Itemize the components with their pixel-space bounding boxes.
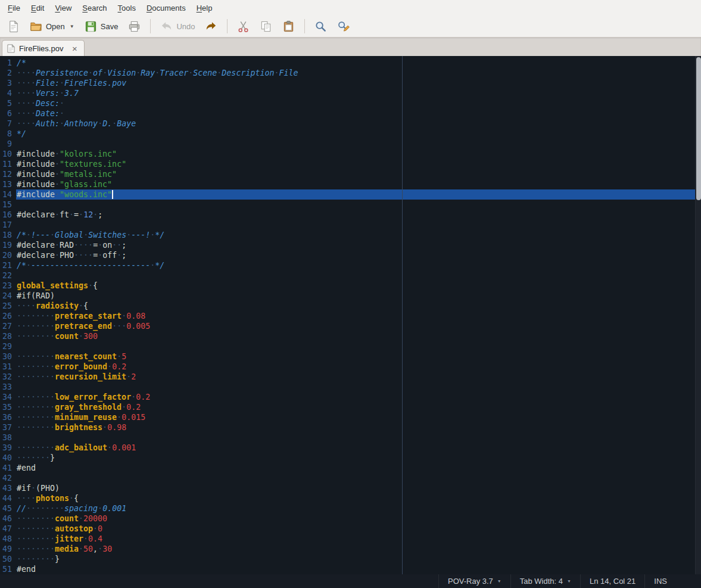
find-button[interactable] bbox=[310, 18, 331, 35]
code-line-13[interactable]: 13#include·"glass.inc" bbox=[0, 179, 701, 189]
line-content: ········count·300 bbox=[16, 331, 701, 341]
code-line-26[interactable]: 26········pretrace_start·0.08 bbox=[0, 311, 701, 321]
tab-width-selector[interactable]: Tab Width: 4▼ bbox=[510, 574, 580, 588]
code-line-7[interactable]: 7····Auth:·Anthony·D.·Baye bbox=[0, 119, 701, 129]
code-line-50[interactable]: 50········} bbox=[0, 554, 701, 564]
line-content: #include·"glass.inc" bbox=[16, 179, 701, 189]
code-line-34[interactable]: 34········low_error_factor·0.2 bbox=[0, 392, 701, 402]
code-line-33[interactable]: 33 bbox=[0, 382, 701, 392]
code-line-16[interactable]: 16#declare·ft·=·12·; bbox=[0, 210, 701, 220]
code-line-32[interactable]: 32········recursion_limit·2 bbox=[0, 372, 701, 382]
open-button[interactable]: Open▼ bbox=[26, 18, 79, 35]
menu-documents[interactable]: Documents bbox=[141, 1, 191, 15]
new-document-button[interactable] bbox=[3, 18, 24, 35]
code-line-18[interactable]: 18/*·!---·Global·Switches·---!·*/ bbox=[0, 230, 701, 240]
line-number: 43 bbox=[0, 483, 16, 493]
code-line-39[interactable]: 39········adc_bailout·0.001 bbox=[0, 443, 701, 453]
code-line-35[interactable]: 35········gray_threshold·0.2 bbox=[0, 402, 701, 412]
line-number: 1 bbox=[0, 58, 16, 68]
line-content: ····Auth:·Anthony·D.·Baye bbox=[16, 119, 701, 129]
line-number: 8 bbox=[0, 129, 16, 139]
line-content: ····photons·{ bbox=[16, 493, 701, 503]
code-line-25[interactable]: 25····radiosity·{ bbox=[0, 301, 701, 311]
line-number: 5 bbox=[0, 98, 16, 108]
code-line-1[interactable]: 1/* bbox=[0, 58, 701, 68]
gedit-window: FileEditViewSearchToolsDocumentsHelp Ope… bbox=[0, 0, 701, 588]
code-line-14[interactable]: 14#include·"woods.inc" bbox=[0, 189, 701, 200]
line-content: ········} bbox=[16, 554, 701, 564]
close-icon[interactable]: × bbox=[70, 43, 79, 53]
line-number: 9 bbox=[0, 139, 16, 149]
code-line-29[interactable]: 29 bbox=[0, 341, 701, 351]
cut-button[interactable] bbox=[233, 18, 254, 35]
code-line-40[interactable]: 40·······} bbox=[0, 453, 701, 463]
code-line-48[interactable]: 48········jitter·0.4 bbox=[0, 534, 701, 544]
code-line-46[interactable]: 46········count·20000 bbox=[0, 514, 701, 524]
code-line-23[interactable]: 23global_settings·{ bbox=[0, 281, 701, 291]
line-number: 25 bbox=[0, 301, 16, 311]
menu-edit[interactable]: Edit bbox=[26, 1, 49, 15]
line-content: #include·"metals.inc" bbox=[16, 169, 701, 179]
save-button[interactable]: Save bbox=[80, 18, 123, 35]
code-line-5[interactable]: 5····Desc:· bbox=[0, 98, 701, 108]
tab-fireflies-pov[interactable]: FireFlies.pov × bbox=[2, 40, 85, 56]
copy-button[interactable] bbox=[256, 18, 276, 35]
menu-tools[interactable]: Tools bbox=[113, 1, 141, 15]
print-button[interactable] bbox=[124, 18, 145, 35]
code-line-4[interactable]: 4····Vers:·3.7 bbox=[0, 88, 701, 98]
code-line-42[interactable]: 42 bbox=[0, 473, 701, 483]
menu-view[interactable]: View bbox=[49, 1, 77, 15]
cut-icon bbox=[237, 20, 250, 33]
open-label: Open bbox=[46, 22, 65, 31]
paste-button[interactable] bbox=[278, 18, 299, 35]
code-line-38[interactable]: 38 bbox=[0, 433, 701, 443]
line-content: ····Vers:·3.7 bbox=[16, 88, 701, 98]
undo-button[interactable]: Undo bbox=[156, 18, 199, 35]
code-line-17[interactable]: 17 bbox=[0, 220, 701, 230]
code-line-11[interactable]: 11#include·"textures.inc" bbox=[0, 159, 701, 169]
code-line-27[interactable]: 27········pretrace_end···0.005 bbox=[0, 321, 701, 331]
code-line-15[interactable]: 15 bbox=[0, 200, 701, 210]
line-number: 29 bbox=[0, 341, 16, 351]
code-line-24[interactable]: 24#if(RAD) bbox=[0, 291, 701, 301]
code-line-31[interactable]: 31········error_bound·0.2 bbox=[0, 362, 701, 372]
scrollbar-thumb[interactable] bbox=[696, 57, 701, 200]
code-line-8[interactable]: 8*/ bbox=[0, 129, 701, 139]
code-line-22[interactable]: 22 bbox=[0, 270, 701, 281]
line-content: */ bbox=[16, 129, 701, 139]
code-line-47[interactable]: 47········autostop·0 bbox=[0, 524, 701, 534]
code-line-36[interactable]: 36········minimum_reuse·0.015 bbox=[0, 412, 701, 422]
line-number: 33 bbox=[0, 382, 16, 392]
code-line-28[interactable]: 28········count·300 bbox=[0, 331, 701, 341]
code-line-21[interactable]: 21/*·-------------------------·*/ bbox=[0, 260, 701, 270]
line-content: #include·"textures.inc" bbox=[16, 159, 701, 169]
code-line-2[interactable]: 2····Persistence·of·Vision·Ray·Tracer·Sc… bbox=[0, 68, 701, 78]
code-line-3[interactable]: 3····File:·FireFlies.pov bbox=[0, 78, 701, 88]
code-line-49[interactable]: 49········media·50,·30 bbox=[0, 544, 701, 554]
code-line-9[interactable]: 9 bbox=[0, 139, 701, 149]
menu-search[interactable]: Search bbox=[77, 1, 112, 15]
code-line-44[interactable]: 44····photons·{ bbox=[0, 493, 701, 503]
code-line-30[interactable]: 30········nearest_count·5 bbox=[0, 351, 701, 362]
redo-icon bbox=[205, 20, 217, 33]
code-line-41[interactable]: 41#end bbox=[0, 463, 701, 473]
code-line-43[interactable]: 43#if·(PHO) bbox=[0, 483, 701, 493]
redo-button[interactable] bbox=[201, 18, 222, 35]
save-label: Save bbox=[101, 22, 119, 31]
dropdown-arrow-icon[interactable]: ▼ bbox=[70, 24, 74, 29]
menu-file[interactable]: File bbox=[2, 1, 26, 15]
line-content: ····Date:· bbox=[16, 108, 701, 119]
menu-help[interactable]: Help bbox=[191, 1, 218, 15]
code-line-51[interactable]: 51#end bbox=[0, 564, 701, 574]
code-line-45[interactable]: 45//········spacing·0.001 bbox=[0, 503, 701, 514]
code-line-6[interactable]: 6····Date:· bbox=[0, 108, 701, 119]
editor[interactable]: 1/*2····Persistence·of·Vision·Ray·Tracer… bbox=[0, 56, 701, 574]
code-line-12[interactable]: 12#include·"metals.inc" bbox=[0, 169, 701, 179]
code-line-37[interactable]: 37········brightness·0.98 bbox=[0, 422, 701, 433]
vertical-scrollbar[interactable] bbox=[695, 56, 701, 574]
code-line-20[interactable]: 20#declare·PHO····=·off·; bbox=[0, 250, 701, 260]
code-line-19[interactable]: 19#declare·RAD····=·on··; bbox=[0, 240, 701, 250]
language-selector[interactable]: POV-Ray 3.7▼ bbox=[438, 574, 510, 588]
find-replace-button[interactable] bbox=[333, 18, 354, 35]
code-line-10[interactable]: 10#include·"kolors.inc" bbox=[0, 149, 701, 159]
